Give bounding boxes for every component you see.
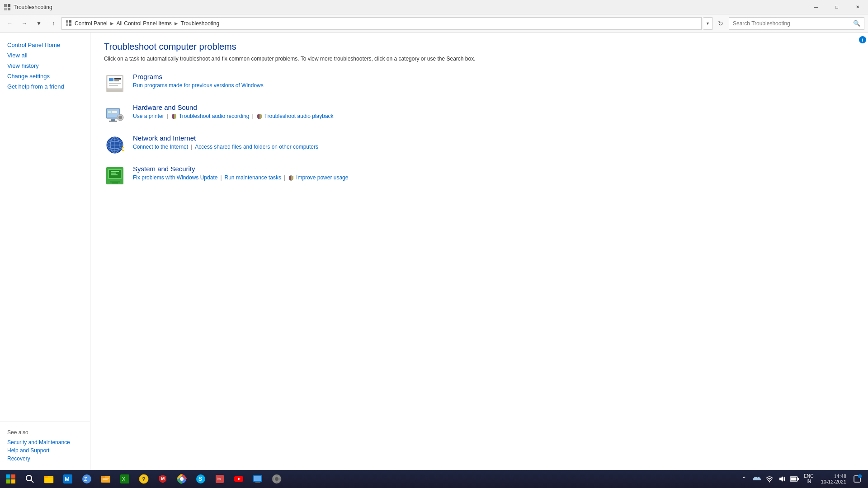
programs-title-link[interactable]: Programs [133,73,162,80]
close-button[interactable]: ✕ [847,0,868,14]
svg-rect-39 [6,474,10,479]
svg-rect-30 [123,148,124,150]
sidebar-link-view-all[interactable]: View all [0,50,90,61]
sidebar-link-view-history[interactable]: View history [0,61,90,71]
svg-rect-38 [111,174,118,175]
svg-rect-75 [276,482,277,483]
taskbar-file-explorer[interactable] [40,471,58,487]
svg-text:✂: ✂ [217,476,221,482]
taskbar-skype[interactable]: S [192,471,210,487]
window-icon [4,4,11,11]
svg-text:M: M [161,476,165,481]
page-description: Click on a task to automatically trouble… [104,56,854,62]
link-run-programs[interactable]: Run programs made for previous versions … [133,82,264,89]
link-use-printer[interactable]: Use a printer [133,113,164,119]
link-power-usage[interactable]: Improve power usage [296,174,348,181]
see-also-section: See also Security and Maintenance Help a… [0,422,90,470]
path-all-items[interactable]: All Control Panel Items [117,20,172,27]
sidebar-link-help-support[interactable]: Help and Support [7,446,83,455]
svg-rect-20 [111,119,115,121]
taskbar-search[interactable] [21,471,39,487]
path-control-panel[interactable]: Control Panel [75,20,108,27]
forward-button[interactable]: → [18,17,31,30]
main-layout: Control Panel Home View all View history… [0,33,868,470]
network-icon [104,134,126,156]
svg-rect-69 [255,482,260,483]
link-maintenance-tasks[interactable]: Run maintenance tasks [225,174,281,181]
svg-text:Z: Z [84,476,87,482]
hardware-title-link[interactable]: Hardware and Sound [133,103,197,111]
address-dropdown[interactable]: ▼ [703,17,712,30]
window-controls: — □ ✕ [806,0,868,14]
taskbar-help[interactable]: ? [135,471,153,487]
svg-rect-40 [11,474,15,479]
programs-content: Programs Run programs made for previous … [133,73,854,89]
network-title-link[interactable]: Network and Internet [133,134,196,142]
taskbar-settings[interactable] [268,471,286,487]
link-audio-playback[interactable]: Troubleshoot audio playback [264,113,334,119]
minimize-button[interactable]: — [806,0,826,14]
svg-rect-54 [103,479,108,480]
tray-notification-center[interactable] [852,474,863,484]
system-title-link[interactable]: System and Security [133,165,195,173]
tray-show-hidden[interactable]: ⌃ [739,474,750,484]
content-area: Troubleshoot computer problems Click on … [90,33,868,470]
maximize-button[interactable]: □ [826,0,847,14]
link-audio-recording[interactable]: Troubleshoot audio recording [179,113,250,119]
link-windows-update[interactable]: Fix problems with Windows Update [133,174,217,181]
svg-rect-77 [279,479,281,479]
sidebar-link-change-settings[interactable]: Change settings [0,71,90,81]
svg-rect-2 [4,8,7,10]
svg-line-44 [31,480,33,483]
sidebar-link-security-maintenance[interactable]: Security and Maintenance [7,438,83,446]
taskbar-files[interactable] [97,471,115,487]
hardware-content: Hardware and Sound Use a printer | Troub… [133,103,854,120]
link-shared-files[interactable]: Access shared files and folders on other… [195,144,318,150]
network-links: Connect to the Internet | Access shared … [133,144,854,150]
link-connect-internet[interactable]: Connect to the Internet [133,144,188,150]
taskbar-store[interactable]: M [59,471,77,487]
taskbar-youtube[interactable] [230,471,248,487]
tray-language[interactable]: ENGIN [802,474,816,484]
sidebar-link-control-panel-home[interactable]: Control Panel Home [0,40,90,50]
svg-rect-23 [112,111,117,113]
page-title: Troubleshoot computer problems [104,42,854,52]
taskbar-task-manager[interactable]: ✂ [211,471,229,487]
start-button[interactable] [2,471,20,487]
svg-rect-14 [109,83,121,84]
svg-rect-36 [111,171,119,172]
svg-rect-70 [255,483,261,483]
sidebar: Control Panel Home View all View history… [0,33,90,470]
taskbar-chrome[interactable] [173,471,191,487]
svg-rect-53 [103,478,109,479]
refresh-button[interactable]: ↻ [714,17,727,30]
up-button[interactable]: ↑ [47,17,60,30]
tray-clock[interactable]: 14:48 10-12-2021 [817,474,850,484]
sidebar-link-get-help[interactable]: Get help from a friend [0,81,90,92]
search-input[interactable] [733,20,851,27]
taskbar-xbox[interactable]: X [116,471,134,487]
back-button[interactable]: ← [4,17,16,30]
sidebar-link-recovery[interactable]: Recovery [7,455,83,463]
system-icon [104,165,126,187]
svg-rect-71 [254,476,261,481]
svg-rect-42 [11,479,15,483]
taskbar-zoom[interactable]: Z [78,471,96,487]
recent-locations-button[interactable]: ▼ [33,17,45,30]
taskbar-remote[interactable] [249,471,267,487]
svg-text:M: M [65,476,70,483]
svg-rect-81 [797,478,799,480]
search-icon[interactable]: 🔍 [853,20,860,27]
title-bar: Troubleshooting — □ ✕ [0,0,868,14]
tray-wifi[interactable] [764,474,775,484]
window-title: Troubleshooting [14,4,52,10]
hardware-links: Use a printer | Troubleshoot audio recor… [133,113,854,120]
hardware-icon [104,103,126,125]
svg-text:S: S [198,476,202,482]
tray-onedrive[interactable] [751,474,762,484]
tray-battery[interactable] [789,474,800,484]
address-icon [66,20,73,27]
tray-volume[interactable] [777,474,788,484]
taskbar-antivirus[interactable]: M [154,471,172,487]
svg-rect-10 [107,89,123,92]
